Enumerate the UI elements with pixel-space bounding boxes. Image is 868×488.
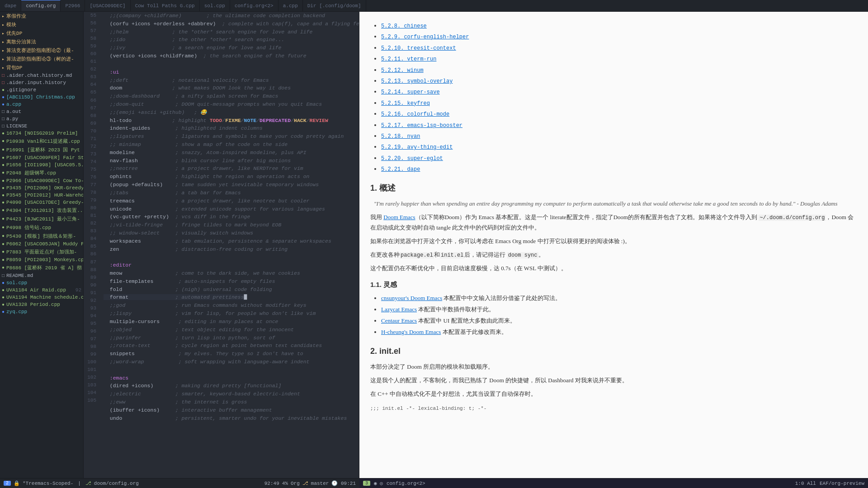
centaur-link[interactable]: Centaur Emacs bbox=[381, 317, 417, 324]
lazycat-link[interactable]: Lazycat Emacs bbox=[381, 306, 417, 313]
org-para2: 如果你在浏览器中打开这个文件，你可以考虑在 Emacs Org mode 中打开… bbox=[370, 236, 857, 246]
sidebar-item-readme[interactable]: □ README.md bbox=[0, 272, 83, 279]
org-init-para1: 本部分决定了 Doom 所启用的模块和加载顺序。 bbox=[370, 362, 857, 372]
tab-config-org2[interactable]: config.org<2> bbox=[230, 0, 278, 11]
tab-dape[interactable]: dape bbox=[0, 0, 21, 11]
tab-sol-cpp[interactable]: sol.cpp bbox=[200, 0, 230, 11]
file-icon: ● bbox=[2, 131, 5, 136]
file-icon: □ bbox=[2, 124, 5, 129]
sidebar-item-p3545[interactable]: ● P3545 [POI2012] HUR-Wareho bbox=[0, 192, 83, 199]
sidebar-item-algo2[interactable]: ▸ 算法进阶指南图论③（树的进- bbox=[0, 55, 83, 63]
file-icon: ● bbox=[2, 310, 5, 314]
tab-config-org[interactable]: config.org bbox=[21, 0, 61, 11]
sidebar-item-gitignore[interactable]: ● .gitignore bbox=[0, 86, 83, 94]
tab-dir[interactable]: Dir [.config/doom] bbox=[303, 0, 366, 11]
toc-item-5-2-15[interactable]: 5.2.15. keyfreq bbox=[381, 98, 857, 108]
tab-p2966[interactable]: P2966 bbox=[61, 0, 85, 11]
sidebar-item-16734[interactable]: ● 16734 [NOISG2019 Prelim] bbox=[0, 130, 83, 137]
sidebar-item-p4304[interactable]: ● P4304 [TJO12013] 攻击装置.. bbox=[0, 206, 83, 215]
sidebar-item-p4423[interactable]: ● P4423 [BJWC2011] 最小三角- bbox=[0, 215, 83, 223]
org-heading-2: 2. init.el bbox=[370, 344, 857, 358]
org-heading-1: 1. 概述 bbox=[370, 181, 857, 195]
file-icon: ● bbox=[2, 170, 5, 175]
code-area[interactable]: ;;(company +childframe) ; the ultimate c… bbox=[100, 12, 359, 478]
sidebar-item-p7883[interactable]: ● P7883 平面最近点对（加强加- bbox=[0, 248, 83, 256]
status-right-position: 1:0 All bbox=[795, 481, 816, 486]
editor-content[interactable]: 55 56 57 58 59 60 61 62 63 64 65 66 67 6… bbox=[84, 12, 359, 478]
sidebar-item-sol-cpp[interactable]: ● sol.cpp bbox=[0, 279, 83, 286]
sidebar-item-license[interactable]: □ LICENSE bbox=[0, 122, 83, 130]
file-icon: ● bbox=[2, 258, 5, 263]
status-bar-right: 3 ◉ ◎ config.org<2> 1:0 All EAF/org-prev… bbox=[359, 478, 868, 488]
sidebar-item-a-py[interactable]: □ a.py bbox=[0, 115, 83, 122]
hcheung-link[interactable]: H-cheung's Doom Emacs bbox=[381, 328, 441, 335]
tab-bar: dape config.org P2966 [USACO09DEC] Cow T… bbox=[0, 0, 868, 12]
file-icon: ● bbox=[2, 234, 5, 239]
sidebar-item-uva1194[interactable]: ● UVA1194 Machine schedule.c. bbox=[0, 294, 83, 301]
org-para4: 这个配置仍在不断优化中，目前启动速度极慢，达 0.7s（在 WSL 中测试）。 bbox=[370, 263, 857, 273]
toc-item-5-2-8[interactable]: 5.2.8. chinese bbox=[381, 21, 857, 31]
sidebar-item-p1656[interactable]: ● P1656 [IOI1998] [USAC05.5. bbox=[0, 161, 83, 169]
sidebar-item-uva1184[interactable]: ● UVA1184 Air Raid.cpp 92 bbox=[0, 286, 83, 294]
file-icon: ● bbox=[2, 265, 5, 270]
sidebar-item-p2048[interactable]: ● P2048 超级钢琴.cpp bbox=[0, 169, 83, 177]
sidebar-item-algo1[interactable]: ▸ 算法竞赛进阶指南图论②（最- bbox=[0, 46, 83, 55]
sidebar-item-p3435[interactable]: ● P3435 [POI2006] OKR-Greedy bbox=[0, 184, 83, 192]
sidebar-item-p8686[interactable]: ● P8686 [蓝桥杯 2019 省 A] 彻 bbox=[0, 263, 83, 272]
toc-item-5-2-21[interactable]: 5.2.21. dape bbox=[381, 164, 857, 174]
sidebar-item-p4090[interactable]: ● P4090 [USACO17DEC] Greedy- bbox=[0, 199, 83, 206]
inspiration-item-1: cnsunyour's Doom Emacs 本配置中中文输入法部分借鉴了此处的… bbox=[381, 293, 857, 303]
file-icon: ● bbox=[2, 163, 5, 168]
doom-emacs-link[interactable]: Doom Emacs bbox=[383, 214, 415, 221]
toc-item-5-2-18[interactable]: 5.2.18. nyan bbox=[381, 131, 857, 141]
sidebar-item-mokuai[interactable]: ▸ 模块 bbox=[0, 20, 83, 29]
toc-item-5-2-16[interactable]: 5.2.16. colorful-mode bbox=[381, 109, 857, 119]
sidebar-item-p5430[interactable]: ● P5430 [模板] 扫描线＆矩形- bbox=[0, 232, 83, 240]
sidebar-item-beibao[interactable]: ▸ 背包DP bbox=[0, 63, 83, 72]
sidebar-item-aider-input[interactable]: □ .aider.input.history bbox=[0, 79, 83, 86]
sidebar-item-p1607[interactable]: ● P1607 [USACO09FER] Fair St bbox=[0, 154, 83, 161]
file-icon: ● bbox=[2, 193, 5, 198]
sidebar-item-p8059[interactable]: ● P8059 [POI2003] Monkeys.cpp bbox=[0, 256, 83, 263]
toc-item-5-2-17[interactable]: 5.2.17. emacs-lsp-booster bbox=[381, 120, 857, 130]
toc-item-5-2-14[interactable]: 5.2.14. super-save bbox=[381, 87, 857, 97]
status-buffer-name: *Treemacs-Scoped- bbox=[23, 481, 73, 486]
sidebar-item-zyq[interactable]: ● zyq.cpp bbox=[0, 308, 83, 315]
inspiration-item-4: H-cheung's Doom Emacs 本配置基于此修改而来。 bbox=[381, 327, 857, 337]
org-para3: 在更改各种package.el和init.el后，请记得运行 doom sync… bbox=[370, 250, 857, 260]
toc-item-5-2-13[interactable]: 5.2.13. symbol-overlay bbox=[381, 76, 857, 86]
sidebar-item-p6062[interactable]: ● P6062 [USACO05JAN] Muddy F bbox=[0, 240, 83, 248]
sidebar-item-a-cpp[interactable]: ● a.cpp bbox=[0, 101, 83, 108]
toc-item-5-2-20[interactable]: 5.2.20. super-eglot bbox=[381, 153, 857, 163]
sidebar-item-p10938[interactable]: ● P10938 Vanl和C1l提述藏.cpp bbox=[0, 137, 83, 145]
sidebar-item-holidays[interactable]: ▸ 寒假作业 bbox=[0, 12, 83, 20]
sidebar-item-uva1328[interactable]: ● UVA1328 Period.cpp bbox=[0, 301, 83, 308]
file-icon: ● bbox=[2, 288, 5, 293]
sidebar-item-christmas[interactable]: ● [ABC115D] Christmas.cpp bbox=[0, 94, 83, 101]
chevron-right-icon: ▸ bbox=[2, 22, 5, 28]
chevron-right-icon: ▸ bbox=[2, 39, 5, 45]
sidebar-item-lisan[interactable]: ▸ 离散分治算法 bbox=[0, 38, 83, 46]
line-numbers: 55 56 57 58 59 60 61 62 63 64 65 66 67 6… bbox=[84, 12, 100, 478]
sidebar-item-p4998[interactable]: ● P4998 信号站.cpp bbox=[0, 223, 83, 232]
org-init-para2: 这是我个人的配置，不客制化，而我已熟练了 Doom 的快捷键，所以 Dashbo… bbox=[370, 375, 857, 385]
sidebar-item-a-out[interactable]: □ a.out bbox=[0, 108, 83, 115]
toc-item-5-2-9[interactable]: 5.2.9. corfu-english-helper bbox=[381, 32, 857, 42]
toc-item-5-2-19[interactable]: 5.2.19. avy-thing-edit bbox=[381, 142, 857, 152]
toc-item-5-2-10[interactable]: 5.2.10. treesit-context bbox=[381, 43, 857, 53]
toc-item-5-2-11[interactable]: 5.2.11. vterm-run bbox=[381, 54, 857, 64]
tab-usaco[interactable]: [USACO09DEC] bbox=[85, 0, 130, 11]
sidebar-item-aider-chat[interactable]: □ .aider.chat.history.md bbox=[0, 72, 83, 79]
org-content[interactable]: 5.2.8. chinese 5.2.9. corfu-english-help… bbox=[359, 12, 868, 478]
tab-a-cpp[interactable]: a.cpp bbox=[278, 0, 303, 11]
inspiration-list: cnsunyour's Doom Emacs 本配置中中文输入法部分借鉴了此处的… bbox=[370, 293, 857, 337]
tab-cow-toll[interactable]: Cow Toll Paths G.cpp bbox=[131, 0, 200, 11]
cnsunyour-link[interactable]: cnsunyour's Doom Emacs bbox=[381, 295, 442, 301]
status-number: 2 bbox=[4, 481, 11, 486]
inspiration-item-3: Centaur Emacs 本配置中 UI 配置绝大多数由此而来。 bbox=[381, 316, 857, 326]
status-bar-left: 2 🔒 *Treemacs-Scoped- | ⎇ doom/config.or… bbox=[0, 478, 359, 488]
sidebar-item-dp[interactable]: ▸ 优先DP bbox=[0, 29, 83, 38]
sidebar-item-p16991[interactable]: ● P16991 [蓝桥杯 2023 国 Pyt bbox=[0, 145, 83, 154]
sidebar-item-p2966[interactable]: ● P2966 [USAC009DEC] Cow To- bbox=[0, 177, 83, 184]
toc-item-5-2-12[interactable]: 5.2.12. winum bbox=[381, 65, 857, 75]
